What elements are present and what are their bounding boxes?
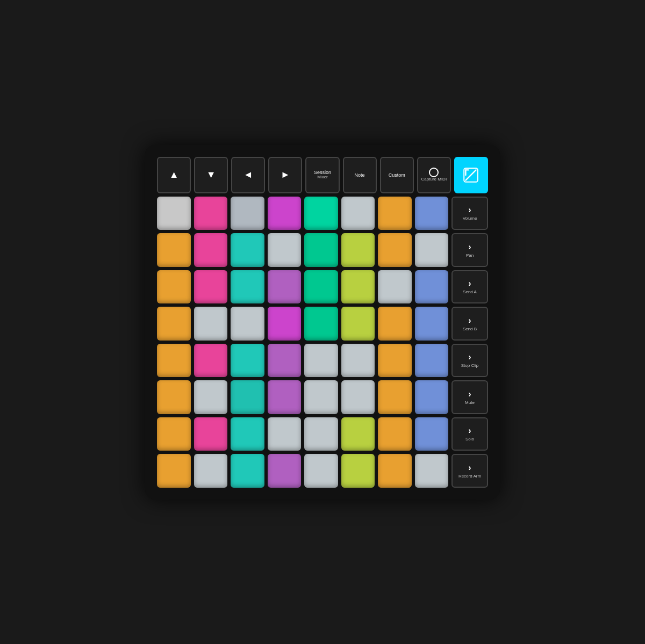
pad-5-4[interactable] — [304, 380, 338, 414]
pad-3-7[interactable] — [415, 307, 449, 341]
pad-5-1[interactable] — [194, 380, 228, 414]
pad-6-3[interactable] — [268, 417, 302, 451]
pad-0-2[interactable] — [231, 197, 264, 230]
pad-2-4[interactable] — [304, 270, 338, 304]
pad-4-5[interactable] — [341, 344, 375, 378]
pad-7-2[interactable] — [231, 454, 264, 488]
pad-3-3[interactable] — [268, 307, 302, 341]
novation-logo-icon — [462, 167, 479, 184]
pad-7-3[interactable] — [268, 454, 302, 488]
right-arrow-button[interactable]: ► — [268, 157, 302, 193]
pad-4-1[interactable] — [194, 344, 228, 378]
pad-6-4[interactable] — [304, 417, 338, 451]
pad-7-5[interactable] — [341, 454, 375, 488]
pad-2-1[interactable] — [194, 270, 228, 304]
pad-4-3[interactable] — [268, 344, 302, 378]
pad-2-5[interactable] — [341, 270, 375, 304]
pad-6-0[interactable] — [157, 417, 191, 451]
up-arrow-button[interactable]: ▲ — [157, 157, 191, 193]
pad-0-3[interactable] — [268, 197, 302, 230]
pad-7-0[interactable] — [157, 454, 191, 488]
pad-4-2[interactable] — [231, 344, 264, 378]
note-button[interactable]: Note — [343, 157, 377, 193]
left-arrow-icon: ◄ — [243, 169, 253, 180]
pad-4-4[interactable] — [304, 344, 338, 378]
pad-3-4[interactable] — [304, 307, 338, 341]
send-a-chevron-icon: › — [468, 279, 471, 288]
pad-2-2[interactable] — [231, 270, 264, 304]
down-arrow-icon: ▼ — [206, 169, 216, 180]
mute-label: Mute — [465, 400, 475, 405]
send-a-label: Send A — [463, 290, 477, 294]
launchpad-controller: ▲ ▼ ◄ ► Session Mixer Note Custom Captur — [145, 145, 500, 500]
pad-2-0[interactable] — [157, 270, 191, 304]
pad-1-6[interactable] — [378, 233, 412, 267]
pad-2-6[interactable] — [378, 270, 412, 304]
pad-7-4[interactable] — [304, 454, 338, 488]
pad-6-1[interactable] — [194, 417, 228, 451]
custom-button[interactable]: Custom — [380, 157, 414, 193]
top-row: ▲ ▼ ◄ ► Session Mixer Note Custom Captur — [157, 157, 488, 193]
pad-5-5[interactable] — [341, 380, 375, 414]
pad-4-6[interactable] — [378, 344, 412, 378]
pad-1-2[interactable] — [231, 233, 264, 267]
pad-5-3[interactable] — [268, 380, 302, 414]
pad-0-5[interactable] — [341, 197, 375, 230]
pad-5-2[interactable] — [231, 380, 264, 414]
pad-4-0[interactable] — [157, 344, 191, 378]
send-a-button[interactable]: ›Send A — [452, 270, 488, 304]
pad-1-0[interactable] — [157, 233, 191, 267]
pan-button[interactable]: ›Pan — [452, 233, 488, 267]
grid-row-6 — [157, 417, 448, 451]
record-arm-button[interactable]: ›Record Arm — [452, 454, 488, 488]
solo-chevron-icon: › — [468, 426, 471, 436]
pad-2-7[interactable] — [415, 270, 449, 304]
pad-1-3[interactable] — [268, 233, 302, 267]
send-b-chevron-icon: › — [468, 316, 471, 325]
pad-5-7[interactable] — [415, 380, 449, 414]
note-label: Note — [355, 172, 365, 178]
pad-7-6[interactable] — [378, 454, 412, 488]
pad-1-1[interactable] — [194, 233, 228, 267]
stop-clip-button[interactable]: ›Stop Clip — [452, 344, 488, 378]
pad-3-2[interactable] — [231, 307, 264, 341]
left-arrow-button[interactable]: ◄ — [231, 157, 265, 193]
volume-chevron-icon: › — [468, 205, 471, 215]
pad-7-7[interactable] — [415, 454, 449, 488]
pad-3-5[interactable] — [341, 307, 375, 341]
grid-row-3 — [157, 307, 448, 341]
pad-3-1[interactable] — [194, 307, 228, 341]
pad-7-1[interactable] — [194, 454, 228, 488]
side-column: ›Volume›Pan›Send A›Send B›Stop Clip›Mute… — [452, 197, 488, 488]
pan-label: Pan — [466, 253, 474, 258]
pad-4-7[interactable] — [415, 344, 449, 378]
pad-0-1[interactable] — [194, 197, 228, 230]
pad-6-7[interactable] — [415, 417, 449, 451]
stop-clip-chevron-icon: › — [468, 352, 471, 362]
session-mixer-button[interactable]: Session Mixer — [305, 157, 339, 193]
solo-button[interactable]: ›Solo — [452, 417, 488, 451]
pad-1-4[interactable] — [304, 233, 338, 267]
svg-line-1 — [466, 170, 476, 180]
pad-1-5[interactable] — [341, 233, 375, 267]
pad-0-7[interactable] — [415, 197, 449, 230]
grid-row-0 — [157, 197, 448, 230]
pad-1-7[interactable] — [415, 233, 449, 267]
pad-5-0[interactable] — [157, 380, 191, 414]
send-b-button[interactable]: ›Send B — [452, 307, 488, 341]
pad-5-6[interactable] — [378, 380, 412, 414]
pad-0-4[interactable] — [304, 197, 338, 230]
pad-0-0[interactable] — [157, 197, 191, 230]
pad-6-2[interactable] — [231, 417, 264, 451]
pad-6-5[interactable] — [341, 417, 375, 451]
volume-button[interactable]: ›Volume — [452, 197, 488, 230]
pad-0-6[interactable] — [378, 197, 412, 230]
mute-button[interactable]: ›Mute — [452, 380, 488, 414]
novation-button[interactable] — [454, 157, 488, 193]
pad-3-6[interactable] — [378, 307, 412, 341]
pad-3-0[interactable] — [157, 307, 191, 341]
down-arrow-button[interactable]: ▼ — [194, 157, 228, 193]
capture-midi-button[interactable]: Capture MIDI — [417, 157, 451, 193]
pad-2-3[interactable] — [268, 270, 302, 304]
pad-6-6[interactable] — [378, 417, 412, 451]
